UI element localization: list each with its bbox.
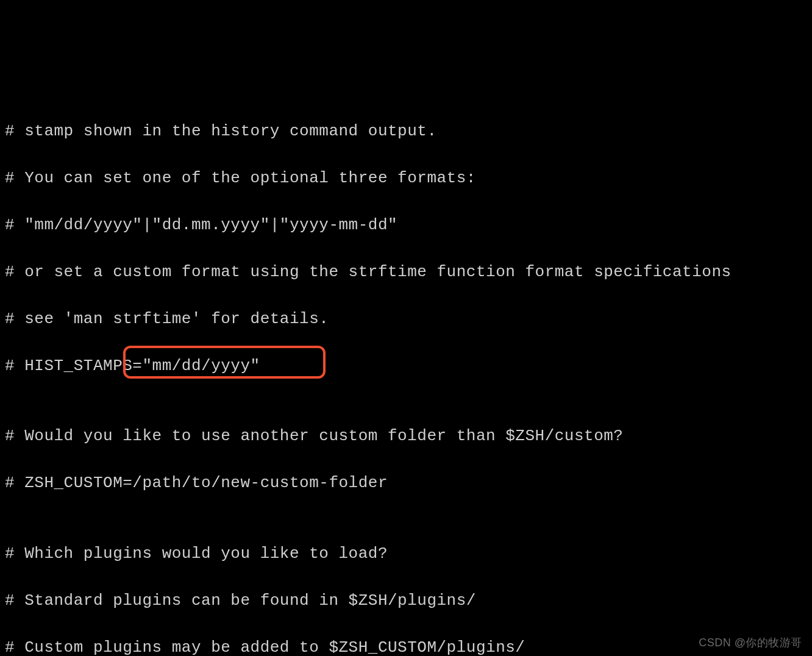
code-line: # Standard plugins can be found in $ZSH/… bbox=[5, 589, 807, 612]
code-line: # ZSH_CUSTOM=/path/to/new-custom-folder bbox=[5, 471, 807, 494]
code-line: # Custom plugins may be added to $ZSH_CU… bbox=[5, 636, 807, 656]
code-line: # HIST_STAMPS="mm/dd/yyyy" bbox=[5, 354, 807, 377]
code-line: # Would you like to use another custom f… bbox=[5, 424, 807, 447]
code-line: # or set a custom format using the strft… bbox=[5, 260, 807, 283]
terminal-output: # stamp shown in the history command out… bbox=[0, 94, 812, 656]
code-line: # see 'man strftime' for details. bbox=[5, 307, 807, 330]
watermark-text: CSDN @你的牧游哥 bbox=[699, 635, 802, 651]
code-line: # Which plugins would you like to load? bbox=[5, 542, 807, 565]
code-line: # "mm/dd/yyyy"|"dd.mm.yyyy"|"yyyy-mm-dd" bbox=[5, 213, 807, 237]
code-line: # You can set one of the optional three … bbox=[5, 166, 807, 190]
code-line: # stamp shown in the history command out… bbox=[5, 119, 807, 143]
